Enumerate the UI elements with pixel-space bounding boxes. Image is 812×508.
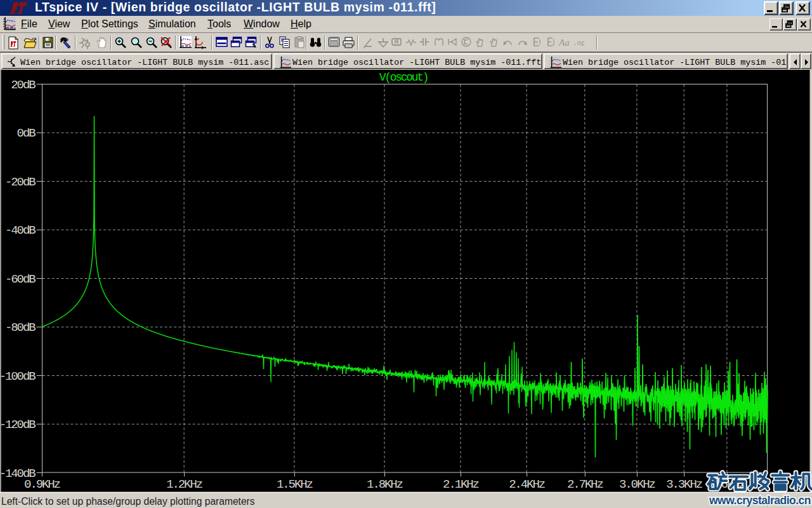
svg-text:2.1KHz: 2.1KHz [443,478,479,491]
svg-text:2.4KHz: 2.4KHz [509,478,545,491]
svg-text:-60dB: -60dB [5,272,36,286]
svg-text:1.5KHz: 1.5KHz [277,478,313,491]
svg-text:-80dB: -80dB [5,321,36,335]
svg-text:.op: .op [573,39,584,47]
svg-text:0dB: 0dB [17,126,36,140]
svg-text:-120dB: -120dB [0,418,36,432]
svg-text:1.8KHz: 1.8KHz [367,478,403,491]
svg-text:-20dB: -20dB [5,175,36,189]
svg-text:0.9KHz: 0.9KHz [24,478,60,491]
svg-text:www.crystalradio.cn: www.crystalradio.cn [709,494,811,507]
svg-text:2.7KHz: 2.7KHz [567,478,603,491]
svg-text:Aa: Aa [558,37,570,48]
svg-text:-40dB: -40dB [5,224,36,237]
svg-text:-100dB: -100dB [0,370,36,384]
svg-text:3.3KHz: 3.3KHz [666,478,702,491]
svg-text:3.0KHz: 3.0KHz [619,478,655,491]
svg-text:20dB: 20dB [11,78,36,92]
svg-text:1.2KHz: 1.2KHz [166,478,202,491]
svg-text:V(oscout): V(oscout) [379,71,428,84]
